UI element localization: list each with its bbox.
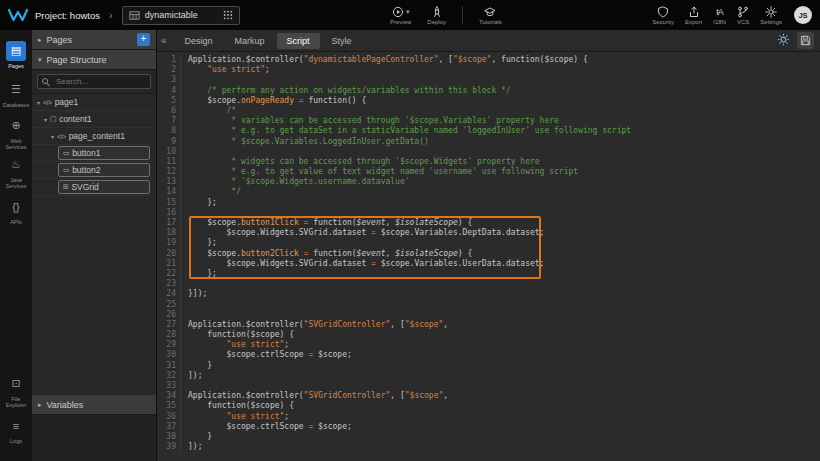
page-settings-button[interactable]	[777, 32, 790, 50]
rail-item-web-services[interactable]: ⊕Web Services	[0, 113, 32, 152]
vcs-button[interactable]: VCS	[737, 6, 749, 25]
tab-script[interactable]: Script	[277, 33, 320, 49]
tab-style[interactable]: Style	[322, 33, 362, 49]
code-line[interactable]: 30 $scope.ctrlScope = $scope;	[157, 350, 820, 360]
deploy-button[interactable]: Deploy	[427, 6, 446, 25]
code-line[interactable]: 35 function($scope) {	[157, 401, 820, 411]
databases-icon: ☰	[6, 80, 26, 100]
line-number: 14	[157, 187, 181, 197]
tab-markup[interactable]: Markup	[225, 33, 275, 49]
code-line[interactable]: 7 * variables can be accessed through '$…	[157, 116, 820, 126]
code-line[interactable]: 28 function($scope) {	[157, 330, 820, 340]
project-label: Project: howtos	[35, 10, 100, 21]
code-line[interactable]: 38 }	[157, 432, 820, 442]
pages-section-header[interactable]: ▸ Pages +	[32, 30, 156, 50]
line-number: 15	[157, 198, 181, 208]
code-line[interactable]: 37 $scope.ctrlScope = $scope;	[157, 422, 820, 432]
action-label: Settings	[760, 19, 782, 25]
rail-item-databases[interactable]: ☰Databases	[0, 74, 32, 113]
tree-item-page1[interactable]: ▾</>page1	[32, 94, 156, 111]
rail-item-pages[interactable]: ▤Pages	[0, 35, 32, 74]
preview-button[interactable]: ▾Preview	[390, 6, 411, 25]
code-line[interactable]: 10	[157, 147, 820, 157]
action-label: Export	[685, 19, 702, 25]
file-explorer-icon: ⊡	[6, 374, 26, 394]
code-line[interactable]: 39]);	[157, 442, 820, 452]
tree-item-page_content1[interactable]: ▾</>page_content1	[32, 128, 156, 145]
line-number: 39	[157, 442, 181, 452]
line-number: 13	[157, 177, 181, 187]
code-line[interactable]: 27Application.$controller("SVGridControl…	[157, 320, 820, 330]
code-line[interactable]: 19 };	[157, 238, 820, 248]
code-line[interactable]: 32]);	[157, 371, 820, 381]
code-text: ]);	[188, 442, 202, 452]
code-line[interactable]: 2 "use strict";	[157, 65, 820, 75]
tree-item-button2[interactable]: ▭button2	[32, 162, 156, 179]
code-line[interactable]: 3	[157, 75, 820, 85]
code-line[interactable]: 25	[157, 300, 820, 310]
web-services-icon: ⊕	[6, 116, 26, 136]
line-number: 27	[157, 320, 181, 330]
code-line[interactable]: 33	[157, 381, 820, 391]
export-button[interactable]: Export	[685, 6, 702, 25]
code-line[interactable]: 29 "use strict";	[157, 340, 820, 350]
tree-item-button1[interactable]: ▭button1	[32, 145, 156, 162]
rail-item-file-explorer[interactable]: ⊡File Explorer	[0, 371, 32, 410]
code-line[interactable]: 34Application.$controller("SVGridControl…	[157, 391, 820, 401]
code-line[interactable]: 26	[157, 310, 820, 320]
page-structure-header[interactable]: ▾ Page Structure	[32, 50, 156, 70]
i18n-button[interactable]: ŧAI18N	[713, 6, 726, 25]
code-text: }	[188, 432, 212, 442]
code-text: }]);	[188, 289, 207, 299]
user-avatar[interactable]: JS	[794, 6, 812, 24]
code-line[interactable]: 9 * $scope.Variables.LoggedInUser.getDat…	[157, 137, 820, 147]
code-line[interactable]: 18 $scope.Widgets.SVGrid.dataset = $scop…	[157, 228, 820, 238]
search-input[interactable]	[54, 76, 146, 87]
rail-spacer	[0, 230, 32, 371]
code-line[interactable]: 23	[157, 279, 820, 289]
code-line[interactable]: 4 /* perform any action on widgets/varia…	[157, 86, 820, 96]
code-text: $scope.ctrlScope = $scope;	[188, 422, 352, 432]
code-line[interactable]: 20 $scope.button2Click = function($event…	[157, 249, 820, 259]
code-line[interactable]: 14 */	[157, 187, 820, 197]
code-editor[interactable]: 1Application.$controller("dynamictablePa…	[157, 52, 820, 461]
code-line[interactable]: 36 "use strict";	[157, 412, 820, 422]
code-line[interactable]: 17 $scope.button1Click = function($event…	[157, 218, 820, 228]
tutorials-icon-wrap	[484, 6, 496, 18]
tab-design[interactable]: Design	[175, 33, 223, 49]
tutorials-button[interactable]: Tutorials	[479, 6, 502, 25]
collapse-panel-icon[interactable]: «	[161, 35, 167, 46]
code-line[interactable]: 22 };	[157, 269, 820, 279]
code-line[interactable]: 11 * widgets can be accessed through '$s…	[157, 157, 820, 167]
code-line[interactable]: 24}]);	[157, 289, 820, 299]
security-button[interactable]: Security	[652, 6, 674, 25]
code-line[interactable]: 1Application.$controller("dynamictablePa…	[157, 55, 820, 65]
code-line[interactable]: 31 }	[157, 361, 820, 371]
save-button[interactable]	[797, 32, 814, 49]
code-line[interactable]: 6 /*	[157, 106, 820, 116]
page1-icon: </>	[43, 99, 52, 106]
rail-item-label: Databases	[3, 102, 29, 108]
rail-item-java-services[interactable]: ♨Java Services	[0, 152, 32, 191]
code-line[interactable]: 21 $scope.Widgets.SVGrid.dataset = $scop…	[157, 259, 820, 269]
code-line[interactable]: 12 * e.g. to get value of text widget na…	[157, 167, 820, 177]
code-line[interactable]: 16	[157, 208, 820, 218]
variables-section-label: Variables	[47, 400, 84, 410]
code-line[interactable]: 13 * '$scope.Widgets.username.datavalue'	[157, 177, 820, 187]
tree-item-content1[interactable]: ▾▢content1	[32, 111, 156, 128]
rail-item-logs[interactable]: ≡Logs	[0, 410, 32, 449]
code-line[interactable]: 15 };	[157, 198, 820, 208]
rail-item-apis[interactable]: {}APIs	[0, 191, 32, 230]
variables-section-header[interactable]: ▸ Variables	[32, 395, 156, 415]
line-number: 34	[157, 391, 181, 401]
code-line[interactable]: 5 $scope.onPageReady = function() {	[157, 96, 820, 106]
add-page-button[interactable]: +	[137, 33, 150, 46]
editor-tabs: DesignMarkupScriptStyle	[175, 33, 362, 49]
code-line[interactable]: 8 * e.g. to get dataSet in a staticVaria…	[157, 126, 820, 136]
caret-right-icon: ▸	[38, 401, 42, 409]
wavemaker-logo-icon[interactable]	[8, 8, 28, 22]
tree-item-SVGrid[interactable]: ⊞SVGrid	[32, 179, 156, 196]
settings-button[interactable]: Settings	[760, 6, 782, 25]
topbar-center-actions: ▾PreviewDeployTutorials	[390, 6, 502, 25]
page-selector[interactable]: dynamictable	[122, 6, 240, 25]
